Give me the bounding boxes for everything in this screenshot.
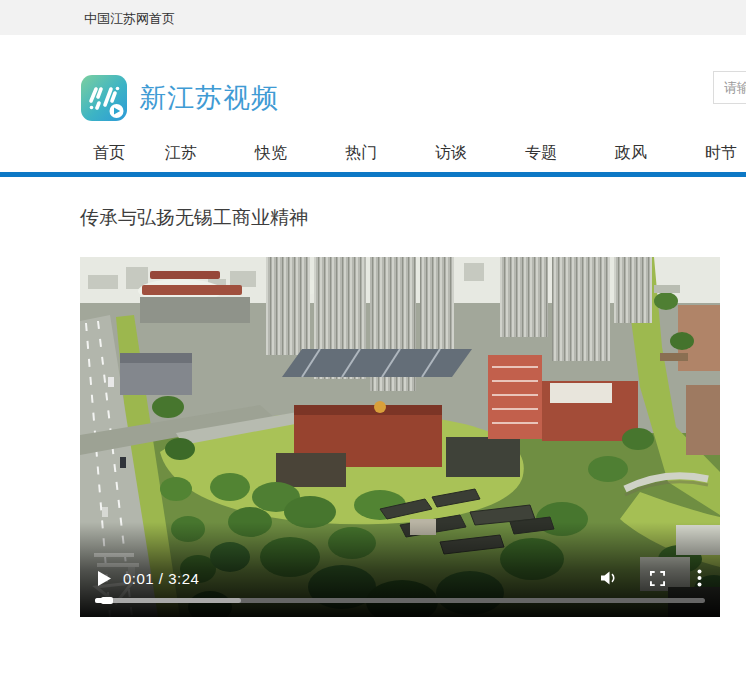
progress-bar[interactable] <box>95 598 705 603</box>
nav-underline <box>0 172 746 177</box>
nav-item-hot[interactable]: 热门 <box>345 143 377 164</box>
more-icon <box>697 569 702 587</box>
nav-item-interviews[interactable]: 访谈 <box>435 143 467 164</box>
page-title: 传承与弘扬无锡工商业精神 <box>80 205 746 231</box>
topbar-home-link[interactable]: 中国江苏网首页 <box>84 10 175 28</box>
play-icon <box>98 571 111 586</box>
volume-icon <box>601 571 618 585</box>
progress-buffered <box>95 598 241 603</box>
volume-button[interactable] <box>601 571 618 585</box>
topbar: 中国江苏网首页 <box>0 0 746 35</box>
site-header: 新江苏视频 <box>0 35 746 135</box>
nav-item-jiangsu[interactable]: 江苏 <box>165 143 197 164</box>
logo-icon <box>80 74 128 122</box>
main-content: 传承与弘扬无锡工商业精神 <box>0 205 746 617</box>
nav-item-seasons[interactable]: 时节 <box>705 143 737 164</box>
nav-item-topics[interactable]: 专题 <box>525 143 557 164</box>
fullscreen-icon <box>650 571 665 586</box>
nav-item-politics[interactable]: 政风 <box>615 143 647 164</box>
time-display: 0:01 / 3:24 <box>123 570 199 587</box>
site-title: 新江苏视频 <box>139 80 279 116</box>
play-button[interactable] <box>98 571 111 586</box>
video-player[interactable]: 0:01 / 3:24 <box>80 257 720 617</box>
fullscreen-button[interactable] <box>650 571 665 586</box>
progress-handle[interactable] <box>101 597 113 604</box>
nav-item-home[interactable]: 首页 <box>93 143 125 164</box>
nav-item-quick-view[interactable]: 快览 <box>255 143 287 164</box>
main-nav: 首页 江苏 快览 热门 访谈 专题 政风 时节 <box>0 135 746 172</box>
logo[interactable]: 新江苏视频 <box>80 74 279 122</box>
video-controls: 0:01 / 3:24 <box>80 567 720 589</box>
search-input[interactable] <box>713 71 746 104</box>
more-button[interactable] <box>697 569 702 587</box>
page: 中国江苏网首页 <box>0 0 746 698</box>
